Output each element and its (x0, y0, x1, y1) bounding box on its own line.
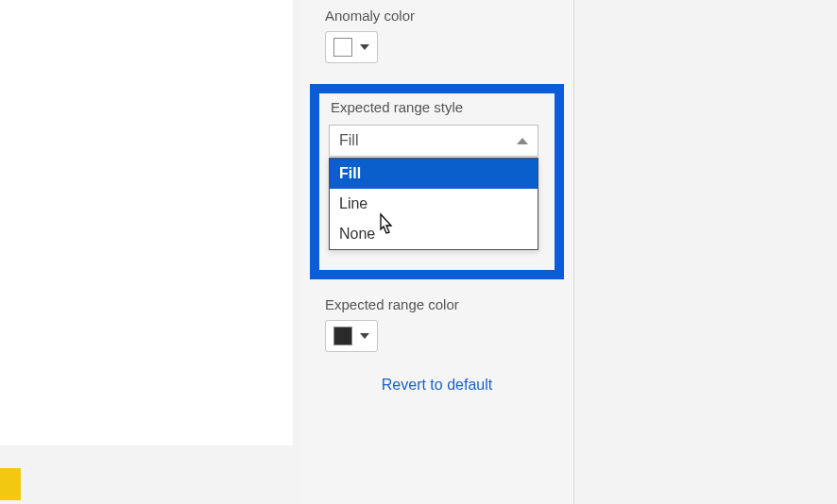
dropdown-option-line[interactable]: Line (330, 189, 538, 219)
revert-to-default-link[interactable]: Revert to default (382, 377, 492, 393)
expected-range-style-highlight: Expected range style Fill Fill Line None (310, 84, 564, 279)
expected-range-color-label: Expected range color (300, 296, 573, 320)
expected-range-style-listbox: Fill Line None (329, 158, 538, 250)
anomaly-color-label: Anomaly color (300, 8, 573, 31)
caret-down-icon (360, 333, 369, 339)
dropdown-option-none[interactable]: None (330, 219, 538, 249)
expected-range-style-input[interactable]: Fill (329, 125, 538, 157)
expected-range-color-section: Expected range color (300, 296, 573, 352)
expected-range-style-selected: Fill (339, 132, 358, 149)
format-pane: Anomaly color Expected range style Fill … (300, 0, 574, 504)
anomaly-color-section: Anomaly color (300, 0, 573, 63)
expected-range-style-dropdown[interactable]: Fill Fill Line None (329, 125, 538, 157)
anomaly-color-swatch (333, 38, 352, 57)
expected-range-style-label: Expected range style (325, 97, 549, 125)
caret-down-icon (360, 44, 369, 50)
expected-range-color-swatch (333, 327, 352, 345)
dropdown-option-fill[interactable]: Fill (330, 159, 538, 189)
chevron-up-icon (517, 138, 528, 144)
report-canvas-area (0, 0, 293, 445)
expected-range-color-picker[interactable] (325, 320, 378, 352)
bottom-accent-strip (0, 468, 21, 500)
revert-to-default-row: Revert to default (300, 352, 573, 394)
anomaly-color-picker[interactable] (325, 31, 378, 63)
